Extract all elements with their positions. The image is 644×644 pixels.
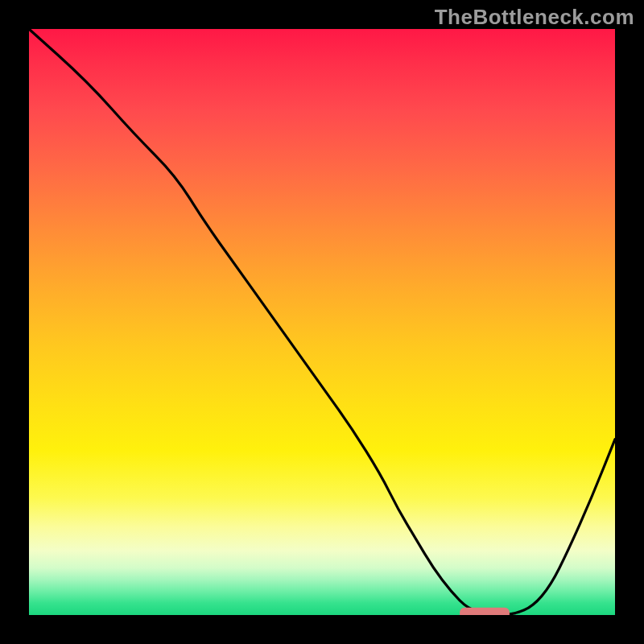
watermark-text: TheBottleneck.com — [435, 5, 634, 30]
optimal-marker — [460, 608, 510, 615]
bottleneck-curve — [29, 29, 615, 615]
plot-svg — [29, 29, 615, 615]
chart-frame: TheBottleneck.com — [0, 0, 644, 644]
plot-area — [29, 29, 615, 615]
